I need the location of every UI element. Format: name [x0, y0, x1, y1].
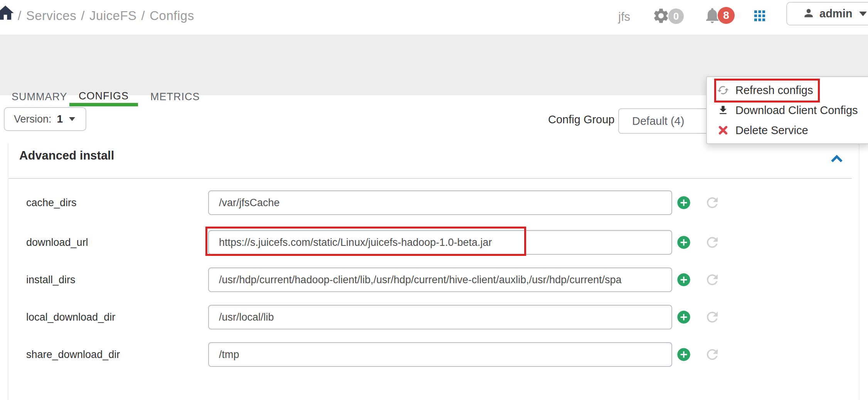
download-icon: [716, 104, 730, 116]
ops-count-badge[interactable]: 0: [668, 8, 684, 24]
undo-value-icon[interactable]: [704, 195, 720, 212]
menu-item-label: Download Client Configs: [735, 104, 858, 117]
delete-x-icon: [716, 125, 730, 136]
undo-value-icon[interactable]: [704, 346, 720, 364]
version-label: Version:: [14, 113, 52, 125]
chevron-down-icon: [69, 117, 75, 121]
config-input-cache-dirs[interactable]: [208, 190, 672, 215]
breadcrumb-separator: /: [141, 8, 145, 23]
config-group-select[interactable]: Default (4): [618, 108, 718, 134]
menu-item-download-client-configs[interactable]: Download Client Configs: [707, 100, 868, 120]
service-configs-page: /Services/JuiceFS/Configs jfs 0 8 admin …: [0, 0, 868, 400]
apps-grid-icon[interactable]: [752, 8, 768, 25]
breadcrumb-services[interactable]: Services: [26, 8, 77, 23]
breadcrumb-configs: Configs: [150, 8, 194, 23]
config-input-local-download-dir[interactable]: [208, 305, 672, 329]
config-label-download-url: download_url: [26, 230, 88, 255]
config-label-install-dirs: install_dirs: [26, 267, 76, 292]
user-menu-button[interactable]: admin: [786, 2, 868, 25]
menu-item-delete-service[interactable]: Delete Service: [707, 120, 868, 140]
version-dropdown[interactable]: Version: 1: [4, 107, 86, 131]
cluster-name[interactable]: jfs: [618, 10, 630, 24]
breadcrumb-separator: /: [18, 8, 22, 23]
alerts-count-badge[interactable]: 8: [718, 7, 735, 24]
config-group-label: Config Group: [548, 113, 615, 126]
config-label-local-download-dir: local_download_dir: [26, 305, 115, 329]
chevron-down-icon: [859, 12, 867, 16]
top-header: /Services/JuiceFS/Configs jfs 0 8 admin: [0, 0, 868, 35]
breadcrumb: /Services/JuiceFS/Configs: [18, 8, 199, 23]
section-panel-right-border: [859, 143, 860, 400]
add-override-icon[interactable]: [676, 272, 691, 289]
home-icon[interactable]: [0, 3, 15, 25]
section-title[interactable]: Advanced install: [19, 149, 114, 163]
user-name-label: admin: [819, 7, 852, 20]
breadcrumb-separator: /: [81, 8, 85, 23]
annotation-box-refresh-configs: [714, 79, 820, 103]
undo-value-icon[interactable]: [704, 272, 720, 289]
config-input-share-download-dir[interactable]: [208, 342, 672, 367]
section-divider: [8, 178, 852, 179]
config-label-cache-dirs: cache_dirs: [26, 190, 77, 215]
annotation-box-download-url: [205, 227, 526, 256]
menu-item-label: Delete Service: [735, 124, 808, 137]
add-override-icon[interactable]: [676, 309, 691, 326]
add-override-icon[interactable]: [676, 347, 691, 364]
tab-metrics[interactable]: METRICS: [150, 91, 200, 103]
user-icon: [802, 7, 815, 21]
undo-value-icon[interactable]: [704, 234, 720, 252]
chevron-up-icon[interactable]: [831, 154, 843, 165]
version-value: 1: [57, 113, 63, 125]
add-override-icon[interactable]: [676, 195, 691, 212]
add-override-icon[interactable]: [676, 235, 691, 252]
tab-summary[interactable]: SUMMARY: [12, 91, 67, 103]
config-label-share-download-dir: share_download_dir: [26, 342, 120, 367]
config-input-install-dirs[interactable]: [208, 267, 672, 292]
tab-configs[interactable]: CONFIGS: [69, 86, 138, 106]
section-panel-left-border: [8, 143, 8, 400]
breadcrumb-juicefs[interactable]: JuiceFS: [89, 8, 137, 23]
background-ops-icon[interactable]: [652, 7, 670, 26]
undo-value-icon[interactable]: [704, 309, 720, 327]
